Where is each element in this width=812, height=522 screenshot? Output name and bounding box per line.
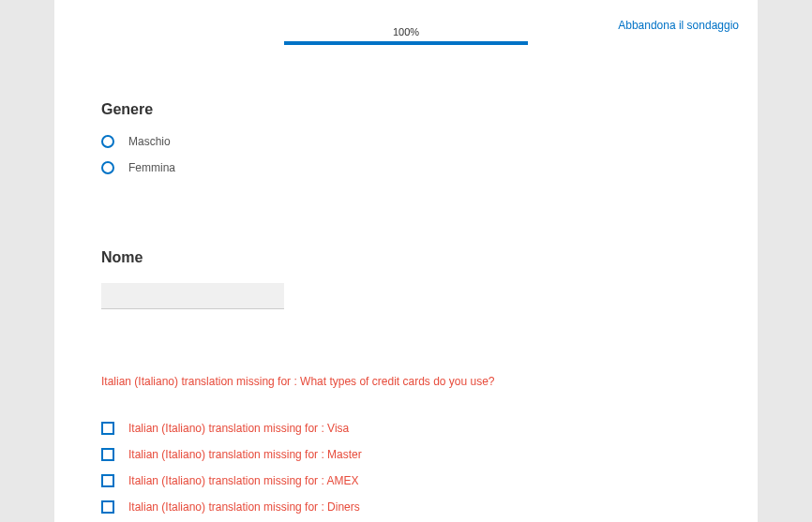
checkbox-icon [101, 448, 114, 461]
radio-icon [101, 135, 114, 148]
checkbox-option-amex[interactable]: Italian (Italiano) translation missing f… [101, 474, 711, 487]
option-label: Femmina [128, 161, 175, 174]
progress-bar [284, 41, 528, 45]
checkbox-option-master[interactable]: Italian (Italiano) translation missing f… [101, 448, 711, 461]
survey-container: Abbandona il sondaggio 100% Genere Masch… [54, 0, 758, 522]
option-label: Italian (Italiano) translation missing f… [128, 500, 360, 514]
abandon-survey-link[interactable]: Abbandona il sondaggio [618, 19, 739, 32]
question-creditcards: Italian (Italiano) translation missing f… [101, 375, 711, 514]
checkbox-icon [101, 500, 114, 514]
question-title: Nome [101, 249, 711, 266]
name-input[interactable] [101, 283, 284, 309]
radio-icon [101, 161, 114, 174]
checkbox-option-diners[interactable]: Italian (Italiano) translation missing f… [101, 500, 711, 514]
question-name: Nome [101, 249, 711, 309]
option-label: Italian (Italiano) translation missing f… [128, 448, 362, 461]
radio-option-female[interactable]: Femmina [101, 161, 711, 174]
question-gender: Genere Maschio Femmina [101, 101, 711, 174]
checkbox-option-visa[interactable]: Italian (Italiano) translation missing f… [101, 422, 711, 435]
question-title-error: Italian (Italiano) translation missing f… [101, 375, 711, 388]
option-label: Maschio [128, 135, 171, 148]
checkbox-icon [101, 474, 114, 487]
checkbox-icon [101, 422, 114, 435]
option-label: Italian (Italiano) translation missing f… [128, 422, 349, 435]
question-title: Genere [101, 101, 711, 118]
option-label: Italian (Italiano) translation missing f… [128, 474, 358, 487]
radio-option-male[interactable]: Maschio [101, 135, 711, 148]
